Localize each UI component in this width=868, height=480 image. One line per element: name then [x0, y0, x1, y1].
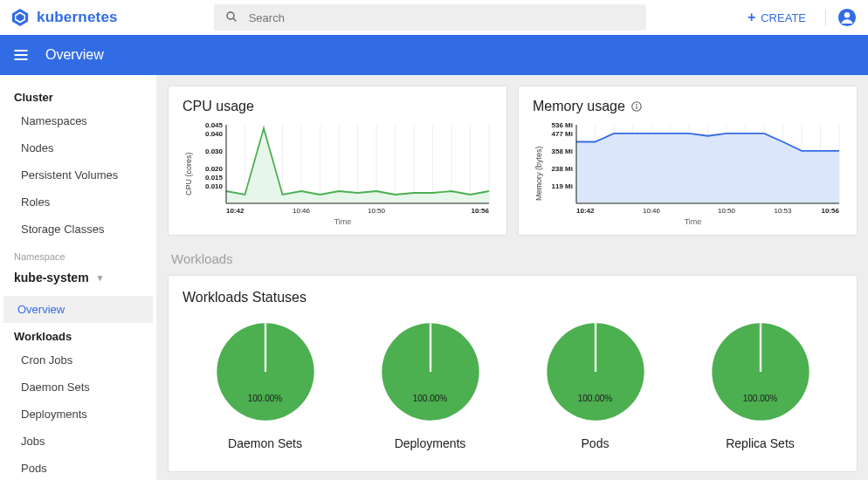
svg-text:0.030: 0.030	[205, 147, 224, 155]
divider	[825, 10, 826, 25]
main-content: CPU usage CPU (cores) 0.0100.0150.0200.0…	[157, 75, 868, 480]
svg-point-3	[227, 12, 234, 19]
status-donut-pct: 100.00%	[545, 394, 646, 403]
svg-point-39	[637, 104, 637, 105]
cpu-usage-chart: 0.0100.0150.0200.0300.0400.04510:4210:46…	[193, 121, 493, 217]
sidebar-item-storage-classes[interactable]: Storage Classes	[0, 216, 156, 243]
sidebar-item-cron-jobs[interactable]: Cron Jobs	[0, 346, 156, 374]
cpu-usage-ylabel: CPU (cores)	[183, 121, 193, 226]
brand-name: kubernetes	[37, 9, 118, 26]
svg-text:10:56: 10:56	[822, 207, 840, 215]
sidebar-heading-namespace: Namespace	[0, 243, 156, 264]
svg-text:10:56: 10:56	[472, 207, 490, 215]
create-button[interactable]: + CREATE	[739, 10, 815, 25]
workloads-statuses-title: Workloads Statuses	[183, 290, 843, 305]
status-donut-label: Replica Sets	[726, 436, 795, 450]
memory-usage-card: Memory usage Memory (bytes) 119 Mi238 Mi…	[518, 86, 858, 236]
sidebar-item-namespaces[interactable]: Namespaces	[0, 107, 156, 134]
workload-status-item: 100.00% Pods	[545, 321, 646, 450]
svg-text:0.015: 0.015	[205, 174, 224, 182]
sidebar: Cluster Namespaces Nodes Persistent Volu…	[0, 75, 157, 480]
sidebar-item-jobs[interactable]: Jobs	[0, 428, 156, 455]
workloads-statuses-card: Workloads Statuses 100.00% Daemon Sets 1…	[168, 275, 858, 472]
info-icon[interactable]	[630, 100, 643, 113]
workload-status-item: 100.00% Deployments	[380, 321, 481, 450]
svg-text:10:42: 10:42	[226, 207, 245, 215]
sidebar-heading-cluster: Cluster	[0, 84, 156, 107]
sidebar-item-pods[interactable]: Pods	[0, 455, 156, 480]
svg-text:0.045: 0.045	[205, 121, 224, 129]
svg-text:10:53: 10:53	[774, 207, 792, 215]
status-donut-pct: 100.00%	[215, 394, 316, 403]
status-donut-pct: 100.00%	[710, 394, 811, 403]
namespace-select[interactable]: kube-system ▼	[14, 265, 142, 291]
cpu-usage-xlabel: Time	[193, 217, 493, 226]
topbar: kubernetes + CREATE	[0, 0, 868, 35]
kubernetes-logo-icon	[10, 8, 30, 27]
status-donut: 100.00%	[380, 321, 481, 422]
sidebar-item-overview[interactable]: Overview	[3, 296, 153, 323]
svg-text:119 Mi: 119 Mi	[552, 182, 573, 190]
svg-text:10:42: 10:42	[576, 207, 595, 215]
sidebar-item-nodes[interactable]: Nodes	[0, 134, 156, 161]
create-button-label: CREATE	[761, 11, 806, 24]
svg-text:477 Mi: 477 Mi	[552, 130, 573, 138]
status-donut-label: Pods	[582, 436, 610, 450]
sidebar-item-persistent-volumes[interactable]: Persistent Volumes	[0, 161, 156, 189]
svg-text:10:46: 10:46	[643, 207, 661, 215]
svg-text:536 Mi: 536 Mi	[552, 121, 573, 129]
svg-text:0.040: 0.040	[205, 130, 224, 138]
sidebar-item-deployments[interactable]: Deployments	[0, 401, 156, 428]
svg-text:0.010: 0.010	[205, 182, 224, 190]
status-donut-pct: 100.00%	[380, 394, 481, 403]
svg-text:238 Mi: 238 Mi	[552, 165, 573, 173]
svg-line-4	[233, 18, 236, 21]
section-workloads-label: Workloads	[171, 251, 854, 266]
brand: kubernetes	[10, 8, 118, 27]
svg-text:10:50: 10:50	[718, 207, 736, 215]
page-title: Overview	[45, 47, 104, 63]
svg-text:358 Mi: 358 Mi	[552, 147, 573, 155]
search-input[interactable]	[249, 11, 636, 24]
status-donut-label: Deployments	[395, 436, 466, 450]
svg-text:0.020: 0.020	[205, 165, 224, 173]
search-icon	[224, 10, 238, 26]
namespace-select-value: kube-system	[14, 271, 89, 285]
chevron-down-icon: ▼	[96, 273, 105, 283]
svg-text:10:50: 10:50	[368, 207, 386, 215]
cpu-usage-card: CPU usage CPU (cores) 0.0100.0150.0200.0…	[168, 86, 507, 236]
svg-text:10:46: 10:46	[293, 207, 311, 215]
status-donut: 100.00%	[215, 321, 316, 422]
cpu-usage-title: CPU usage	[183, 99, 493, 114]
status-donut: 100.00%	[710, 321, 811, 422]
search-box[interactable]	[214, 4, 646, 31]
status-donut-label: Daemon Sets	[228, 436, 302, 450]
workload-status-item: 100.00% Replica Sets	[710, 321, 811, 450]
menu-icon[interactable]	[12, 45, 31, 65]
svg-point-6	[844, 12, 850, 17]
memory-usage-xlabel: Time	[543, 217, 843, 226]
page-header: Overview	[0, 35, 868, 75]
account-icon[interactable]	[837, 7, 858, 28]
sidebar-heading-workloads: Workloads	[0, 323, 156, 346]
memory-usage-title: Memory usage	[533, 99, 625, 114]
sidebar-item-roles[interactable]: Roles	[0, 189, 156, 216]
sidebar-item-daemon-sets[interactable]: Daemon Sets	[0, 374, 156, 401]
plus-icon: +	[747, 10, 755, 25]
status-donut: 100.00%	[545, 321, 646, 422]
memory-usage-ylabel: Memory (bytes)	[533, 121, 543, 226]
workload-status-item: 100.00% Daemon Sets	[215, 321, 316, 450]
memory-usage-chart: 119 Mi238 Mi358 Mi477 Mi536 Mi10:4210:46…	[543, 121, 843, 217]
